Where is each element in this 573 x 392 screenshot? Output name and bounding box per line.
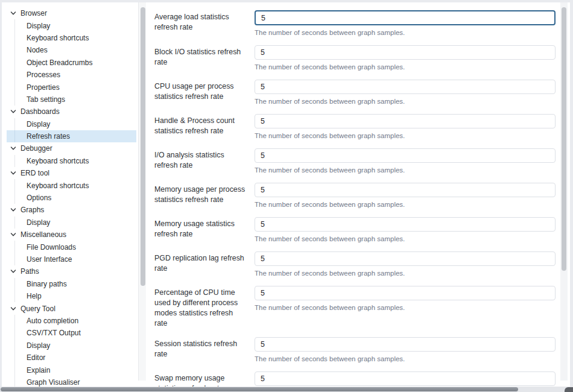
pgd-replication-lag-refresh-rate-input[interactable] [255,251,556,266]
preferences-content-panel: Average load statistics refresh rate The… [147,2,570,387]
chevron-down-icon[interactable] [10,232,16,238]
preference-row: I/O analysis statistics refresh rate The… [154,148,556,174]
sidebar-item-label: Processes [27,71,60,79]
block-i-o-statistics-refresh-rate-input[interactable] [255,45,556,60]
sidebar-scrollbar-thumb[interactable] [141,7,145,286]
content-scrollbar-thumb[interactable] [562,7,566,271]
sidebar-item-label: Explain [27,366,50,375]
session-statistics-refresh-rate-input[interactable] [255,337,556,352]
sidebar-item-label: Display [27,218,50,227]
preference-field: The number of seconds between graph samp… [255,286,556,329]
preference-field: The number of seconds between graph samp… [255,148,556,174]
preference-help-text: The number of seconds between graph samp… [255,200,556,209]
sidebar-item-browser[interactable]: Browser [7,7,136,19]
sidebar-item-miscellaneous[interactable]: Miscellaneous [7,229,136,241]
chevron-down-icon[interactable] [10,109,16,115]
memory-usage-per-process-statistics-refresh-rate-input[interactable] [255,183,556,197]
sidebar-item-object-breadcrumbs[interactable]: Object Breadcrumbs [7,57,136,69]
preference-row: Memory usage statistics refresh rate The… [154,217,556,243]
sidebar-item-nodes[interactable]: Nodes [7,44,136,56]
sidebar-item-display[interactable]: Display [7,118,136,130]
sidebar-group-label: Miscellaneous [21,230,66,239]
chevron-down-icon[interactable] [10,207,16,213]
preference-row: Percentage of CPU time used by different… [154,286,556,329]
sidebar-item-label: Editor [27,353,45,362]
sidebar-group-label: Paths [21,267,39,276]
chevron-down-icon[interactable] [10,170,16,176]
preference-help-text: The number of seconds between graph samp… [255,269,556,277]
preference-label: Handle & Process count statistics refres… [154,114,246,140]
sidebar-item-label: Refresh rates [27,132,70,141]
preference-field: The number of seconds between graph samp… [255,217,556,243]
sidebar-item-label: Display [27,120,50,128]
sidebar-item-keyboard-shortcuts[interactable]: Keyboard shortcuts [7,179,136,191]
sidebar-item-label: Display [27,341,50,350]
horizontal-scrollbar-track[interactable] [0,387,573,392]
sidebar-item-debugger[interactable]: Debugger [7,142,136,154]
sidebar-item-label: Keyboard shortcuts [27,34,89,42]
preference-row: Average load statistics refresh rate The… [154,10,556,37]
sidebar-item-explain[interactable]: Explain [7,364,136,376]
sidebar-item-graphs[interactable]: Graphs [7,204,136,216]
sidebar-item-label: Tab settings [27,95,65,104]
sidebar-item-keyboard-shortcuts[interactable]: Keyboard shortcuts [7,32,136,44]
swap-memory-usage-statistics-refresh-rate-input[interactable] [255,371,556,386]
sidebar-group-label: Debugger [21,144,52,153]
i-o-analysis-statistics-refresh-rate-input[interactable] [255,148,556,163]
sidebar-item-keyboard-shortcuts[interactable]: Keyboard shortcuts [7,155,136,167]
sidebar-item-refresh-rates[interactable]: Refresh rates [7,130,136,142]
sidebar-item-display[interactable]: Display [7,19,136,31]
sidebar-item-auto-completion[interactable]: Auto completion [7,315,136,327]
chevron-down-icon[interactable] [10,268,16,274]
handle-process-count-statistics-refresh-rate-input[interactable] [255,114,556,128]
sidebar-item-query-tool[interactable]: Query Tool [7,302,136,314]
sidebar-item-editor[interactable]: Editor [7,352,136,364]
sidebar-group-label: ERD tool [21,169,49,177]
preference-row: Memory usage per process statistics refr… [154,183,556,209]
sidebar-item-label: CSV/TXT Output [27,329,81,337]
sidebar-item-paths[interactable]: Paths [7,265,136,277]
preferences-dialog: Browser Display Keyboard shortcuts Nodes… [2,2,570,387]
sidebar-item-label: Nodes [27,46,48,54]
horizontal-scrollbar-thumb[interactable] [1,387,518,391]
sidebar-item-display[interactable]: Display [7,217,136,229]
preference-label: Memory usage per process statistics refr… [154,183,246,209]
sidebar-item-processes[interactable]: Processes [7,69,136,81]
sidebar-item-tab-settings[interactable]: Tab settings [7,93,136,106]
preference-field: The number of seconds between graph samp… [255,371,556,387]
sidebar-item-options[interactable]: Options [7,192,136,204]
sidebar-item-user-interface[interactable]: User Interface [7,253,136,265]
sidebar-item-graph-visualiser[interactable]: Graph Visualiser [7,376,136,387]
preference-field: The number of seconds between graph samp… [255,10,556,37]
content-scrollbar-track[interactable] [560,2,568,381]
sidebar-item-properties[interactable]: Properties [7,81,136,93]
percentage-of-cpu-time-used-by-different-process-modes-statistics-refresh-rate-input[interactable] [255,286,556,300]
sidebar-item-file-downloads[interactable]: File Downloads [7,241,136,253]
sidebar-item-label: Help [27,292,42,300]
preference-row: Session statistics refresh rate The numb… [154,337,556,363]
preference-help-text: The number of seconds between graph samp… [255,28,556,37]
sidebar-group-label: Graphs [21,206,44,214]
sidebar-item-binary-paths[interactable]: Binary paths [7,278,136,290]
preference-label: PGD replication lag refresh rate [154,251,246,277]
sidebar-item-dashboards[interactable]: Dashboards [7,106,136,118]
sidebar-item-help[interactable]: Help [7,290,136,302]
chevron-down-icon[interactable] [10,306,16,312]
sidebar-scrollbar-track[interactable] [138,2,146,381]
sidebar-item-csv-txt-output[interactable]: CSV/TXT Output [7,327,136,339]
preference-label: Percentage of CPU time used by different… [154,286,246,329]
chevron-down-icon[interactable] [10,10,16,16]
sidebar-group-label: Dashboards [21,107,60,116]
sidebar-item-label: Properties [27,83,60,92]
sidebar-item-label: Binary paths [27,280,67,288]
cpu-usage-per-process-statistics-refresh-rate-input[interactable] [255,80,556,94]
average-load-statistics-refresh-rate-input[interactable] [255,10,556,25]
window-corner-shadow [565,387,573,392]
sidebar-item-display[interactable]: Display [7,340,136,352]
sidebar-item-erd-tool[interactable]: ERD tool [7,167,136,179]
sidebar-item-label: Keyboard shortcuts [27,182,89,190]
memory-usage-statistics-refresh-rate-input[interactable] [255,217,556,232]
sidebar-item-label: Display [27,22,50,30]
sidebar-item-label: Graph Visualiser [27,378,80,387]
chevron-down-icon[interactable] [10,145,16,151]
